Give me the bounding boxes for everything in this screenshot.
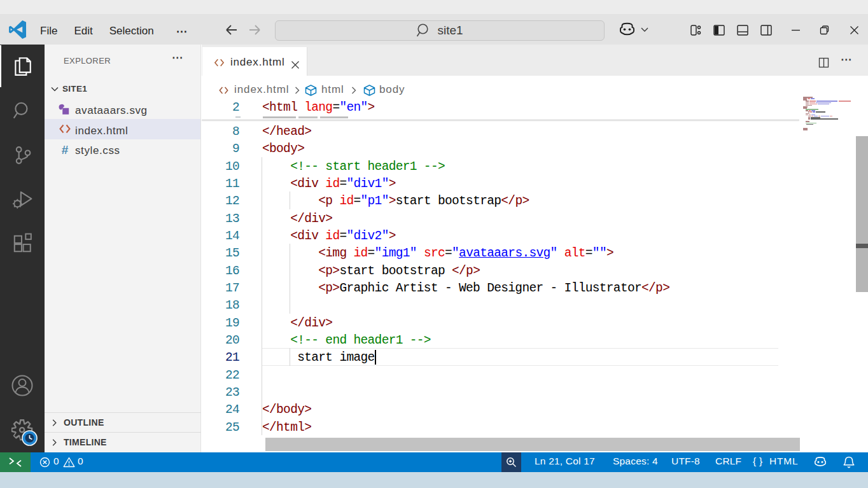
svg-text:#: # bbox=[62, 144, 69, 157]
